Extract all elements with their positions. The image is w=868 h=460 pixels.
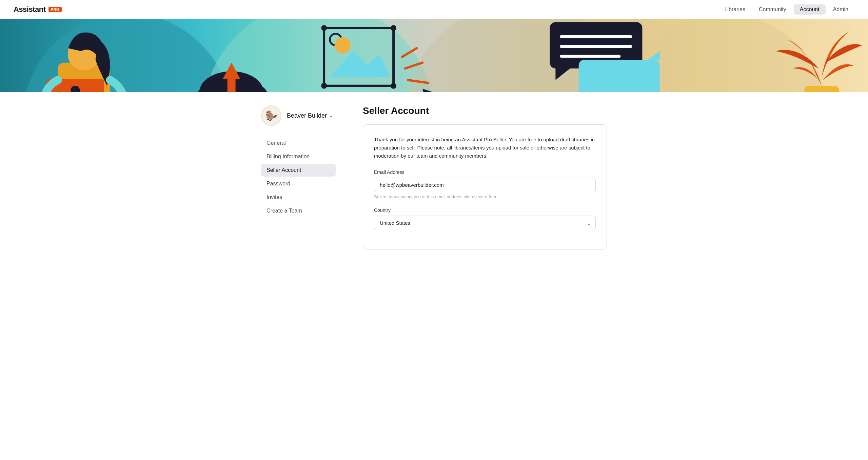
sidebar-nav-item-password[interactable]: Password xyxy=(261,177,336,190)
svg-point-14 xyxy=(330,34,341,45)
sidebar-nav-item-invites[interactable]: Invites xyxy=(261,191,336,204)
card-description: Thank you for your interest in being an … xyxy=(374,136,596,160)
avatar: 🦫 xyxy=(261,105,281,126)
pro-badge: PRO xyxy=(48,7,62,12)
svg-marker-31 xyxy=(648,51,659,60)
sidebar-nav: GeneralBilling InformationSeller Account… xyxy=(261,137,336,217)
svg-line-22 xyxy=(408,80,428,83)
email-hint: Sellers may contact you at this email ad… xyxy=(374,194,596,199)
svg-marker-19 xyxy=(330,51,391,77)
nav-item-libraries[interactable]: Libraries xyxy=(718,4,751,15)
svg-rect-25 xyxy=(550,22,642,68)
svg-point-10 xyxy=(197,83,231,92)
svg-point-16 xyxy=(391,25,396,31)
svg-marker-24 xyxy=(422,89,446,92)
svg-point-9 xyxy=(200,71,263,92)
svg-point-3 xyxy=(619,19,827,92)
main-content: 🦫 Beaver Builder ⌄ GeneralBilling Inform… xyxy=(248,92,620,263)
sidebar-nav-item-general[interactable]: General xyxy=(261,137,336,149)
hero-illustration xyxy=(0,19,868,92)
hero-banner xyxy=(0,19,868,92)
page-title: Seller Account xyxy=(363,105,607,116)
svg-rect-30 xyxy=(579,60,660,92)
chevron-down-icon: ⌄ xyxy=(329,113,333,118)
country-select-wrapper: United StatesCanadaUnited KingdomAustral… xyxy=(374,216,596,230)
nav-item-community[interactable]: Community xyxy=(753,4,792,15)
svg-point-4 xyxy=(43,92,136,92)
email-label: Email Address xyxy=(374,169,596,175)
svg-rect-13 xyxy=(324,28,394,86)
svg-rect-5 xyxy=(58,63,110,92)
nav-item-account[interactable]: Account xyxy=(794,4,826,15)
country-label: Country xyxy=(374,207,596,213)
seller-account-card: Thank you for your interest in being an … xyxy=(363,124,607,249)
svg-line-23 xyxy=(402,48,417,57)
svg-line-21 xyxy=(405,63,422,68)
logo-text: Assistant xyxy=(14,5,46,14)
email-form-group: Email Address Sellers may contact you at… xyxy=(374,169,596,199)
svg-rect-7 xyxy=(46,79,104,92)
svg-rect-32 xyxy=(804,86,839,92)
svg-point-1 xyxy=(202,19,434,92)
logo-area: Assistant PRO xyxy=(14,5,62,14)
page-content: Seller Account Thank you for your intere… xyxy=(349,105,620,249)
svg-marker-26 xyxy=(555,68,570,80)
svg-point-20 xyxy=(334,37,351,54)
svg-point-8 xyxy=(71,86,80,92)
email-field[interactable] xyxy=(374,178,596,192)
svg-point-0 xyxy=(23,19,231,92)
sidebar-profile: 🦫 Beaver Builder ⌄ xyxy=(261,105,336,126)
nav-item-admin[interactable]: Admin xyxy=(827,4,854,15)
svg-point-6 xyxy=(68,38,100,70)
header: Assistant PRO LibrariesCommunityAccountA… xyxy=(0,0,868,19)
svg-point-17 xyxy=(391,83,396,89)
sidebar-nav-item-billing-information[interactable]: Billing Information xyxy=(261,150,336,163)
country-form-group: Country United StatesCanadaUnited Kingdo… xyxy=(374,207,596,230)
svg-point-15 xyxy=(321,25,327,31)
profile-name-button[interactable]: Beaver Builder ⌄ xyxy=(287,112,333,119)
sidebar-nav-item-create-a-team[interactable]: Create a Team xyxy=(261,204,336,217)
sidebar-nav-item-seller-account[interactable]: Seller Account xyxy=(261,164,336,177)
svg-point-18 xyxy=(321,83,327,89)
svg-marker-12 xyxy=(223,63,240,92)
svg-point-2 xyxy=(405,19,637,92)
sidebar: 🦫 Beaver Builder ⌄ GeneralBilling Inform… xyxy=(248,105,349,249)
country-select[interactable]: United StatesCanadaUnited KingdomAustral… xyxy=(374,216,596,230)
svg-point-11 xyxy=(236,83,268,92)
main-nav: LibrariesCommunityAccountAdmin xyxy=(718,4,854,15)
